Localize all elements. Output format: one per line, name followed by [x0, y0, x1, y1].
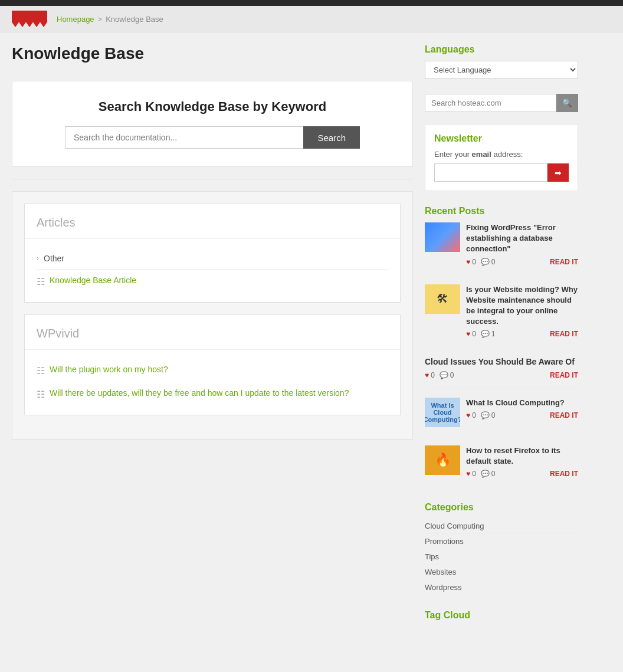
likes-count-5: 0	[472, 470, 476, 478]
language-select[interactable]: Select Language English French German	[425, 61, 578, 79]
post-thumbnail-4: What Is Cloud Computing?	[425, 398, 460, 427]
article-link-plugin[interactable]: Will the plugin work on my host?	[50, 365, 168, 374]
read-it-link-4[interactable]: READ IT	[550, 411, 578, 419]
post-likes-2: ♥ 0	[466, 330, 476, 338]
heart-icon-2: ♥	[466, 330, 470, 338]
languages-title: Languages	[425, 44, 578, 55]
sidebar: Languages Select Language English French…	[425, 44, 578, 635]
post-meta-2: ♥ 0 💬 1 READ IT	[466, 330, 578, 338]
read-it-link-5[interactable]: READ IT	[550, 470, 578, 478]
post-title-link-3[interactable]: Cloud Issues You Should Be Aware Of	[425, 356, 578, 368]
categories-section: Categories Cloud Computing Promotions Ti…	[425, 502, 578, 595]
category-promotions[interactable]: Promotions	[425, 534, 578, 549]
comment-icon-5: 💬	[481, 470, 490, 478]
article-link-kb[interactable]: Knowledge Base Article	[50, 276, 136, 285]
search-button[interactable]: Search	[303, 126, 360, 149]
articles-card-header: Articles	[25, 204, 400, 239]
thumb-firefox-icon: 🔥	[425, 445, 460, 475]
site-search-input[interactable]	[425, 94, 556, 112]
document-icon: ☷	[37, 276, 45, 287]
comments-count-2: 1	[491, 330, 496, 338]
post-likes-1: ♥ 0	[466, 258, 476, 266]
category-websites[interactable]: Websites	[425, 565, 578, 580]
logo	[12, 11, 47, 27]
category-link-promotions[interactable]: Promotions	[425, 537, 464, 546]
post-title-link-2[interactable]: Is your Website molding? Why Website mai…	[466, 284, 578, 327]
articles-card-body: › Other ☷ Knowledge Base Article	[25, 239, 400, 302]
newsletter-box: Newsletter Enter your email address: ➡	[425, 124, 578, 191]
read-it-link-1[interactable]: READ IT	[550, 258, 578, 266]
likes-count-4: 0	[472, 411, 476, 419]
languages-section: Languages Select Language English French…	[425, 44, 578, 79]
tag-cloud-section: Tag Cloud	[425, 610, 578, 621]
page-container: Knowledge Base Search Knowledge Base by …	[0, 32, 623, 647]
document-icon-3: ☷	[37, 389, 45, 400]
post-meta-5: ♥ 0 💬 0 READ IT	[466, 470, 578, 478]
post-title-link-4[interactable]: What Is Cloud Computing?	[466, 398, 578, 408]
heart-icon-3: ♥	[425, 371, 429, 379]
category-link-cloud-computing[interactable]: Cloud Computing	[425, 522, 484, 530]
post-meta-3: ♥ 0 💬 0 READ IT	[425, 371, 578, 379]
breadcrumb-separator: >	[98, 15, 103, 24]
post-info-1: Fixing WordPress "Error establishing a d…	[466, 222, 578, 266]
post-meta-4: ♥ 0 💬 0 READ IT	[466, 411, 578, 419]
post-comments-2: 💬 1	[481, 330, 496, 338]
top-bar	[0, 0, 623, 6]
comments-count-1: 0	[491, 258, 496, 266]
post-title-link-5[interactable]: How to reset Firefox to its default stat…	[466, 445, 578, 467]
read-it-link-3[interactable]: READ IT	[550, 371, 578, 379]
read-it-link-2[interactable]: READ IT	[550, 330, 578, 338]
post-thumbnail-1	[425, 222, 460, 252]
comments-count-3: 0	[450, 371, 454, 379]
cards-container: Articles › Other ☷ Knowledge Base Articl…	[12, 191, 413, 440]
post-title-link-1[interactable]: Fixing WordPress "Error establishing a d…	[466, 222, 578, 255]
post-comments-4: 💬 0	[481, 411, 496, 419]
main-content: Knowledge Base Search Knowledge Base by …	[12, 44, 425, 635]
category-tips[interactable]: Tips	[425, 549, 578, 565]
category-item-other[interactable]: › Other	[37, 248, 388, 270]
search-form: Search	[65, 126, 360, 149]
post-comments-1: 💬 0	[481, 258, 496, 266]
wpvivid-card-body: ☷ Will the plugin work on my host? ☷ Wil…	[25, 350, 400, 415]
article-link-updates[interactable]: Will there be updates, will they be free…	[50, 388, 349, 398]
recent-post-3: Cloud Issues You Should Be Aware Of ♥ 0 …	[425, 356, 578, 389]
thumb-cloud2-icon: What Is Cloud Computing?	[425, 398, 460, 427]
post-comments-3: 💬 0	[440, 371, 454, 379]
newsletter-email-input[interactable]	[434, 163, 547, 182]
wpvivid-card-header: WPvivid	[25, 315, 400, 350]
comment-icon-4: 💬	[481, 411, 490, 419]
post-comments-5: 💬 0	[481, 470, 496, 478]
search-input[interactable]	[65, 126, 303, 149]
category-cloud-computing[interactable]: Cloud Computing	[425, 519, 578, 534]
comments-count-5: 0	[491, 470, 496, 478]
wpvivid-card-title: WPvivid	[37, 327, 79, 340]
newsletter-label: Enter your email address:	[434, 150, 569, 159]
divider	[12, 179, 413, 179]
heart-icon-5: ♥	[466, 470, 470, 478]
category-label-other: Other	[44, 254, 64, 263]
category-wordpress[interactable]: Wordpress	[425, 580, 578, 595]
categories-list: Cloud Computing Promotions Tips Websites…	[425, 519, 578, 595]
categories-title: Categories	[425, 502, 578, 513]
post-likes-5: ♥ 0	[466, 470, 476, 478]
category-link-wordpress[interactable]: Wordpress	[425, 583, 462, 592]
recent-post-4: What Is Cloud Computing? What Is Cloud C…	[425, 398, 578, 437]
post-thumbnail-2: 🛠	[425, 284, 460, 314]
newsletter-form: ➡	[434, 163, 569, 182]
post-info-5: How to reset Firefox to its default stat…	[466, 445, 578, 478]
search-section: Search Knowledge Base by Keyword Search	[12, 81, 413, 167]
likes-count-1: 0	[472, 258, 476, 266]
tag-cloud-title: Tag Cloud	[425, 610, 578, 621]
newsletter-submit-button[interactable]: ➡	[547, 163, 569, 182]
articles-card: Articles › Other ☷ Knowledge Base Articl…	[24, 204, 401, 303]
articles-card-title: Articles	[37, 216, 76, 229]
post-info-2: Is your Website molding? Why Website mai…	[466, 284, 578, 339]
category-link-tips[interactable]: Tips	[425, 552, 439, 561]
comment-icon-2: 💬	[481, 330, 490, 338]
site-search-bar: 🔍	[425, 94, 578, 112]
site-search-button[interactable]: 🔍	[556, 94, 578, 112]
magnifier-icon: 🔍	[562, 99, 572, 107]
breadcrumb-home[interactable]: Homepage	[57, 15, 94, 24]
category-link-websites[interactable]: Websites	[425, 568, 456, 576]
post-thumbnail-5: 🔥	[425, 445, 460, 475]
